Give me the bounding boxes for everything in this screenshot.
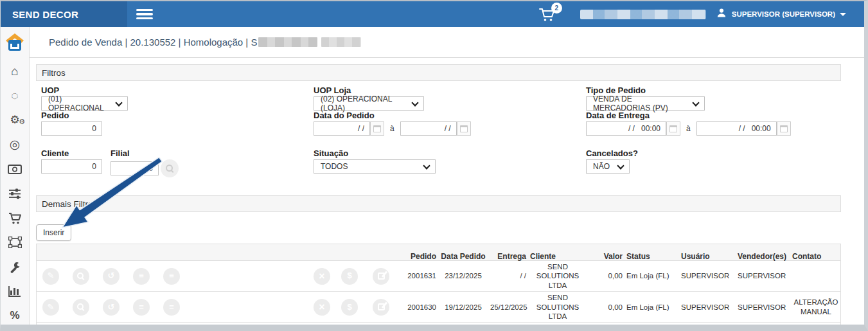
column-header-valor[interactable]: Valor bbox=[587, 251, 624, 263]
table-header-row: Pedido Data Pedido Entrega Cliente Valor… bbox=[37, 244, 840, 261]
column-header-contato[interactable]: Contato bbox=[790, 251, 842, 263]
view-icon[interactable] bbox=[73, 299, 89, 316]
calendar-icon[interactable] bbox=[457, 121, 471, 136]
data-entrega-to-input[interactable] bbox=[696, 121, 777, 136]
cancelados-select[interactable]: NÃO bbox=[586, 159, 630, 174]
tipo-pedido-select[interactable]: VENDA DE MERCADORIAS (PV) bbox=[586, 96, 705, 111]
app-logo[interactable] bbox=[3, 31, 26, 54]
user-name-label: SUPERVISOR (SUPERVISOR) bbox=[732, 10, 835, 18]
data-pedido-to-input[interactable] bbox=[400, 121, 457, 136]
cart-button[interactable]: 2 bbox=[539, 5, 562, 23]
sidebar-item-discounts[interactable]: % bbox=[7, 309, 22, 323]
column-header-status[interactable]: Status bbox=[624, 251, 679, 263]
cell-entrega: / / bbox=[488, 270, 528, 282]
pedido-input[interactable] bbox=[41, 121, 102, 136]
cell-vendedores: SUPERVISOR bbox=[736, 301, 790, 313]
cancelados-label: Cancelados? bbox=[586, 148, 836, 159]
search-icon bbox=[77, 303, 85, 311]
view-icon[interactable] bbox=[73, 268, 89, 285]
chevron-down-icon bbox=[692, 99, 699, 106]
cell-contato bbox=[790, 275, 842, 278]
user-icon bbox=[716, 8, 727, 21]
date-range-conjunction: à bbox=[686, 124, 691, 133]
detail-list-icon[interactable]: ≡ bbox=[163, 268, 180, 285]
cell-contato: ALTERAÇÃO MANUAL bbox=[790, 296, 842, 318]
payment-icon[interactable]: $ bbox=[341, 268, 358, 285]
cell-pedido: 2001630 bbox=[396, 301, 438, 313]
edit-note-icon[interactable] bbox=[373, 299, 389, 316]
chevron-down-icon bbox=[423, 162, 430, 169]
detail-list-icon[interactable]: ≡ bbox=[163, 299, 180, 316]
calendar-icon[interactable] bbox=[370, 121, 384, 136]
inserir-button[interactable]: Inserir bbox=[36, 224, 71, 241]
edit-note-icon[interactable] bbox=[373, 268, 389, 285]
orders-table: Pedido Data Pedido Entrega Cliente Valor… bbox=[36, 244, 841, 325]
cancel-icon[interactable]: × bbox=[314, 299, 330, 316]
sidebar-item-reports[interactable] bbox=[7, 284, 22, 298]
note-icon bbox=[378, 273, 385, 280]
column-header-vendedores[interactable]: Vendedor(es) bbox=[736, 251, 790, 263]
cell-status: Em Loja (FL) bbox=[624, 270, 679, 282]
redacted-header-text bbox=[580, 10, 706, 19]
cell-vendedores: SUPERVISOR bbox=[736, 270, 790, 282]
hamburger-menu-icon[interactable] bbox=[136, 7, 153, 22]
sidebar-item-processes[interactable]: ◌ bbox=[7, 89, 22, 103]
history-icon[interactable]: ↺ bbox=[103, 268, 120, 285]
left-sidebar: ⌂ ◌ ⚙⚙ ◎ % bbox=[1, 27, 30, 325]
cell-cliente: SEND SOLUTIONS LTDA bbox=[528, 292, 587, 322]
chevron-down-icon bbox=[617, 162, 624, 169]
chevron-down-icon bbox=[115, 99, 122, 106]
filters-grid: UOP (01) OPERACIONAL Pedido Cliente Fili… bbox=[36, 81, 841, 177]
edit-icon[interactable]: ✎ bbox=[42, 268, 59, 285]
sidebar-item-settings[interactable]: ⚙⚙ bbox=[7, 113, 22, 127]
calendar-icon[interactable] bbox=[666, 121, 680, 136]
cell-usuario: SUPERVISOR bbox=[679, 301, 736, 313]
uop-select[interactable]: (01) OPERACIONAL bbox=[41, 96, 128, 111]
breadcrumb-bar: Pedido de Venda | 20.130552 | Homologaçã… bbox=[30, 27, 864, 58]
cart-count-badge: 2 bbox=[551, 3, 562, 13]
demais-filtros-title: Demais Filtros bbox=[42, 199, 97, 209]
cell-valor: 0,00 bbox=[587, 301, 624, 313]
column-header-usuario[interactable]: Usuário bbox=[679, 251, 736, 263]
sidebar-item-home[interactable]: ⌂ bbox=[7, 64, 22, 78]
date-range-conjunction: à bbox=[390, 124, 394, 133]
items-list-icon[interactable]: ≡ bbox=[133, 299, 150, 316]
cell-entrega: 25/12/2025 bbox=[488, 301, 528, 313]
data-entrega-from-input[interactable] bbox=[586, 121, 666, 136]
user-menu[interactable]: SUPERVISOR (SUPERVISOR) bbox=[716, 8, 846, 21]
redacted-breadcrumb-block bbox=[258, 37, 317, 47]
demais-filtros-panel-header[interactable]: Demais Filtros bbox=[36, 195, 841, 212]
filters-panel-header[interactable]: Filtros bbox=[36, 64, 841, 81]
redacted-breadcrumb-block bbox=[321, 37, 361, 47]
cell-data-pedido: 23/12/2025 bbox=[438, 270, 488, 282]
situacao-select[interactable]: TODOS bbox=[314, 159, 436, 174]
payment-icon[interactable]: $ bbox=[341, 299, 358, 316]
table-row: ✎ ↺ ≡ ≡ × $ 2001630 19/12/2025 25/12/202… bbox=[37, 292, 840, 323]
search-icon bbox=[166, 165, 174, 173]
sidebar-item-finance[interactable] bbox=[7, 162, 22, 176]
column-header-entrega[interactable]: Entrega bbox=[488, 251, 528, 263]
cell-cliente: SEND SOLUTIONS LTDA bbox=[528, 323, 587, 325]
data-pedido-from-input[interactable] bbox=[314, 121, 370, 136]
calendar-icon[interactable] bbox=[777, 121, 791, 136]
column-header-pedido[interactable]: Pedido bbox=[396, 251, 438, 263]
cell-cliente: SEND SOLUTIONS LTDA bbox=[528, 261, 587, 291]
sidebar-item-sales[interactable] bbox=[7, 211, 22, 225]
items-list-icon[interactable]: ≡ bbox=[133, 268, 150, 285]
column-header-data-pedido[interactable]: Data Pedido bbox=[438, 251, 488, 263]
history-icon[interactable]: ↺ bbox=[103, 299, 120, 316]
edit-icon[interactable]: ✎ bbox=[42, 299, 59, 316]
cliente-input[interactable] bbox=[41, 159, 102, 174]
top-navbar: SEND DECOR 2 SUPERVISOR (SUPERVISOR) bbox=[1, 1, 864, 27]
sidebar-item-targets[interactable]: ◎ bbox=[7, 138, 22, 152]
chevron-down-icon bbox=[411, 99, 418, 106]
sidebar-item-pdv[interactable] bbox=[7, 235, 22, 249]
sidebar-item-parameters[interactable] bbox=[7, 186, 22, 201]
filial-input[interactable] bbox=[111, 161, 159, 175]
filial-search-button[interactable] bbox=[161, 159, 179, 177]
cancel-icon[interactable]: × bbox=[314, 268, 330, 285]
cell-valor: 0,00 bbox=[587, 270, 624, 282]
cell-status: Em Loja (FL) bbox=[624, 301, 679, 313]
uop-loja-select[interactable]: (02) OPERACIONAL (LOJA) bbox=[314, 96, 424, 111]
sidebar-item-tools[interactable] bbox=[7, 260, 22, 274]
